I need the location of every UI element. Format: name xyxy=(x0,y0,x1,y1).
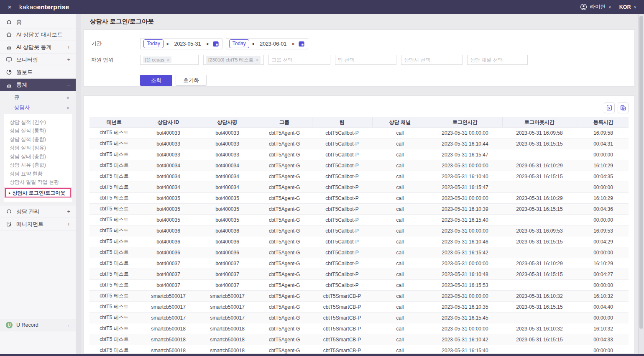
submenu-item[interactable]: 상담 상태 (총합) xyxy=(4,152,72,161)
page-scrollbar[interactable] xyxy=(638,14,644,354)
date-to-today-button[interactable]: Today xyxy=(229,39,249,48)
column-header-3: 그룹 xyxy=(257,117,312,128)
table-cell: 16:10:29 xyxy=(577,193,629,204)
reset-button[interactable]: 초기화 xyxy=(176,75,207,86)
table-cell: cbtT5Callbot-P xyxy=(312,171,372,182)
plus-icon: + xyxy=(67,221,70,227)
table-cell: cbtT5Agent-G xyxy=(257,269,312,280)
result-panel: 테넌트상담사 ID상담사명그룹팀상담 채널로그인시간로그아웃시간등록시간 cbt… xyxy=(83,95,635,354)
counselor-select[interactable]: 상담사 선택 xyxy=(401,55,463,65)
sidebar-item-ai-chatbot-dashboard[interactable]: AI 상담봇 대시보드 xyxy=(0,28,76,41)
sidebar-item-wallboard[interactable]: 월보드 xyxy=(0,66,76,79)
group-select-placeholder: 그룹 선택 xyxy=(271,56,293,64)
table-cell: 2023-05-31 16:10:29 xyxy=(502,160,577,171)
submenu-item[interactable]: 상담 요약 현황 xyxy=(4,169,72,178)
table-cell: 00:04:36 xyxy=(577,204,629,215)
table-cell: bot400034 xyxy=(198,171,257,182)
submenu-item-active[interactable]: ▸상담사 로그인/로그아웃 xyxy=(5,188,71,197)
locale-selector[interactable]: KOR xyxy=(619,4,631,10)
team-select[interactable]: 팀 선택 xyxy=(335,55,396,65)
date-to-prev-icon[interactable]: ◀ xyxy=(249,42,256,46)
submenu-item[interactable]: 상담 실적 (총합) xyxy=(4,135,72,144)
table-cell: bot400034 xyxy=(139,160,198,171)
table-cell: bot400037 xyxy=(198,280,257,291)
locale-chevron-down-icon[interactable]: ∨ xyxy=(634,5,636,9)
sidebar-item-counsel-management[interactable]: 상담 관리+ xyxy=(0,205,76,218)
table-body: cbtT5 테스트bot400033bot400033cbtT5Agent-Gc… xyxy=(89,128,629,354)
date-from-prev-icon[interactable]: ◀ xyxy=(164,42,171,46)
sidebar-item-label: 모니터링 xyxy=(16,56,38,64)
table-cell: 2023-05-31 16:10:40 xyxy=(428,171,502,182)
submenu-item[interactable]: 상담 실적 (점유) xyxy=(4,144,72,153)
submenu-item-active-highlight[interactable]: ▸상담사 로그인/로그아웃 xyxy=(4,187,72,198)
table-cell: bot400034 xyxy=(139,182,198,193)
table-cell: 00:04:29 xyxy=(577,236,629,247)
date-from-next-icon[interactable]: ▶ xyxy=(204,42,211,46)
table-cell: cbtT5Callbot-P xyxy=(312,247,372,258)
table-cell: 00:04:27 xyxy=(577,269,629,280)
sidebar-item-management[interactable]: 매니지먼트+ xyxy=(0,218,76,231)
table-row: cbtT5 테스트bot400033bot400033cbtT5Agent-Gc… xyxy=(89,128,629,138)
sidebar-item-monitoring[interactable]: 모니터링+ xyxy=(0,54,76,66)
submenu-item[interactable]: 상담 실적 (건수) xyxy=(4,118,72,127)
table-cell: cbtT5Callbot-P xyxy=(312,160,372,171)
table-cell: cbtT5 테스트 xyxy=(89,193,139,204)
table-cell: 2023-05-31 16:09:58 xyxy=(502,128,577,138)
date-from-value[interactable]: 2023-05-31 xyxy=(171,41,204,47)
sidebar-item-home[interactable]: 홈 xyxy=(0,16,76,28)
date-to-picker: Today ◀ 2023-06-01 ▶ xyxy=(226,38,308,49)
sidebar-item-label: AI 상담봇 통계 xyxy=(16,44,52,51)
sidebar-item-ai-chatbot-stats[interactable]: AI 상담봇 통계+ xyxy=(0,41,76,54)
page-scrollbar-thumb[interactable] xyxy=(639,16,643,329)
table-cell: call xyxy=(372,302,428,312)
user-menu-chevron-down-icon[interactable]: ∨ xyxy=(608,5,611,9)
table-cell: 2023-05-31 16:15:40 xyxy=(428,215,502,225)
export-excel-button[interactable] xyxy=(604,102,615,113)
close-icon[interactable]: × xyxy=(0,3,19,10)
tenant-filter-field[interactable]: [1] ccaas × xyxy=(140,55,199,65)
table-cell: cbtT5SmartCB-P xyxy=(312,302,372,312)
submenu-item[interactable]: 상담 사유 (총합) xyxy=(4,161,72,170)
home-icon xyxy=(5,31,12,38)
table-cell: cbtT5Callbot-P xyxy=(312,193,372,204)
date-to-calendar-icon[interactable] xyxy=(298,41,305,47)
date-from-calendar-icon[interactable] xyxy=(212,41,219,47)
table-cell: bot400036 xyxy=(139,225,198,236)
table-cell: call xyxy=(372,225,428,236)
submenu-item[interactable]: 상담사 일일 작업 현황 xyxy=(4,178,72,187)
submenu-group-1[interactable]: 상담사∧ xyxy=(0,102,76,113)
sidebar-scrollbar[interactable] xyxy=(76,14,81,354)
table-cell: smartcb500018 xyxy=(139,323,198,334)
table-cell: cbtT5Agent-G xyxy=(257,302,312,312)
table-cell: bot400037 xyxy=(198,258,257,269)
date-to-next-icon[interactable]: ▶ xyxy=(290,42,297,46)
group-select[interactable]: 그룹 선택 xyxy=(268,55,330,65)
table-cell xyxy=(502,182,577,193)
copy-table-button[interactable] xyxy=(618,102,629,113)
table-cell: 2023-05-31 16:10:35 xyxy=(428,302,502,312)
table-cell: 2023-05-31 16:10:29 xyxy=(502,193,577,204)
table-cell: bot400034 xyxy=(139,171,198,182)
tenant-chip-remove-icon[interactable]: × xyxy=(167,57,169,62)
sidebar-item-label: 통계 xyxy=(16,81,27,89)
sidebar-footer-u-record[interactable]: U U Record → xyxy=(0,319,76,331)
table-cell: cbtT5Agent-G xyxy=(257,193,312,204)
date-from-today-button[interactable]: Today xyxy=(143,39,164,48)
table-row: cbtT5 테스트bot400036bot400036cbtT5Agent-Gc… xyxy=(89,236,629,247)
sidebar-item-stats[interactable]: 통계− xyxy=(0,79,76,91)
table-cell: 2023-05-31 00:00:00 xyxy=(428,128,502,138)
table-cell: bot400037 xyxy=(198,269,257,280)
center-filter-field[interactable]: [23010] cbtT5 테스트 × xyxy=(203,55,264,65)
channel-select[interactable]: 상담 채널 선택 xyxy=(467,55,528,65)
submenu-group-0[interactable]: 큐∨ xyxy=(0,92,76,102)
search-button[interactable]: 조회 xyxy=(140,75,172,86)
column-header-6: 로그인시간 xyxy=(428,117,502,128)
center-chip-remove-icon[interactable]: × xyxy=(256,57,258,62)
table-cell: cbtT5Callbot-P xyxy=(312,149,372,160)
submenu-item[interactable]: 상담 실적 (통화) xyxy=(4,127,72,136)
table-cell: bot400035 xyxy=(139,204,198,215)
sidebar-item-label: 상담 관리 xyxy=(16,208,40,215)
user-name[interactable]: 라이언 xyxy=(590,3,606,10)
date-to-value[interactable]: 2023-06-01 xyxy=(256,41,290,47)
table-cell: 2023-05-31 16:15:15 xyxy=(502,334,577,345)
